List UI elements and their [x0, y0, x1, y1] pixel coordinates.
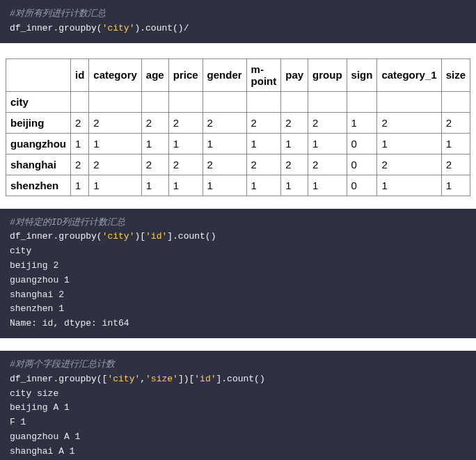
- code-token: df_inner.groupby([: [10, 374, 107, 384]
- cell: 2: [70, 154, 88, 175]
- cell: 1: [89, 133, 142, 154]
- cell: 2: [246, 154, 281, 175]
- row-header: shanghai: [6, 154, 71, 175]
- cell: 1: [347, 112, 377, 133]
- cell: 2: [441, 154, 470, 175]
- cell: 1: [281, 133, 308, 154]
- col-header: sign: [347, 58, 377, 91]
- cell: 1: [441, 133, 470, 154]
- code-block-2: #对特定的ID列进行计数汇总 df_inner.groupby('city')[…: [0, 209, 476, 338]
- cell: 2: [308, 112, 347, 133]
- col-header: id: [70, 58, 88, 91]
- col-header: price: [168, 58, 203, 91]
- comment-line: #对所有列进行计数汇总: [10, 7, 466, 22]
- code-token: ].count(): [167, 231, 216, 241]
- result-table-wrap: id category age price gender m-point pay…: [0, 56, 476, 209]
- code-token: df_inner.groupby(: [10, 231, 102, 241]
- output-line: shenzhen 1: [10, 302, 466, 317]
- string-token: 'id': [194, 374, 216, 384]
- cell: 2: [70, 112, 88, 133]
- code-block-3: #对两个字段进行汇总计数 df_inner.groupby(['city','s…: [0, 351, 476, 460]
- string-token: 'city': [102, 231, 135, 241]
- output-line: shanghai 2: [10, 288, 466, 303]
- output-line: beijing A 1: [10, 401, 466, 415]
- code-token: df_inner.groupby(: [10, 23, 102, 33]
- code-token: )[: [134, 231, 145, 241]
- col-header: group: [308, 58, 347, 91]
- comment-line: #对特定的ID列进行计数汇总: [10, 216, 466, 230]
- cell: 2: [377, 112, 441, 133]
- cell: 1: [168, 133, 203, 154]
- cell: 1: [281, 175, 308, 196]
- cell: 0: [347, 133, 377, 154]
- code-token: ].count(): [216, 374, 265, 384]
- cell: 2: [168, 112, 203, 133]
- row-header: guangzhou: [6, 133, 71, 154]
- table-header-row: id category age price gender m-point pay…: [6, 58, 470, 91]
- blank-corner-cell: [6, 58, 71, 91]
- output-line: city: [10, 244, 466, 259]
- cell: 1: [377, 133, 441, 154]
- row-header: shenzhen: [6, 175, 71, 196]
- row-header: beijing: [6, 112, 71, 133]
- result-table: id category age price gender m-point pay…: [6, 58, 470, 196]
- cell: 2: [203, 112, 246, 133]
- string-token: 'id': [145, 231, 167, 241]
- cell: 1: [141, 175, 168, 196]
- table-row: beijing 2 2 2 2 2 2 2 2 1 2 2: [6, 112, 470, 133]
- cell: 2: [377, 154, 441, 175]
- cell: 1: [141, 133, 168, 154]
- string-token: 'city': [107, 374, 140, 384]
- col-header: m-point: [246, 58, 281, 91]
- output-line: Name: id, dtype: int64: [10, 317, 466, 331]
- code-block-1: #对所有列进行计数汇总 df_inner.groupby('city').cou…: [0, 0, 476, 43]
- col-header: gender: [203, 58, 246, 91]
- cell: 2: [141, 112, 168, 133]
- comment-line: #对两个字段进行汇总计数: [10, 358, 466, 372]
- cell: 1: [70, 175, 88, 196]
- output-line: shanghai A 1: [10, 445, 466, 459]
- cell: 2: [168, 154, 203, 175]
- cell: 2: [441, 112, 470, 133]
- string-token: 'city': [102, 23, 135, 33]
- cell: 1: [308, 175, 347, 196]
- cell: 1: [70, 133, 88, 154]
- table-index-row: city: [6, 91, 470, 112]
- col-header: pay: [281, 58, 308, 91]
- string-token: 'size': [145, 374, 178, 384]
- output-line: guangzhou 1: [10, 273, 466, 288]
- col-header: category_1: [377, 58, 441, 91]
- table-row: guangzhou 1 1 1 1 1 1 1 1 0 1 1: [6, 133, 470, 154]
- output-line: city size: [10, 387, 466, 402]
- table-row: shenzhen 1 1 1 1 1 1 1 1 0 1 1: [6, 175, 470, 196]
- cell: 2: [89, 112, 142, 133]
- cell: 0: [347, 154, 377, 175]
- col-header: age: [141, 58, 168, 91]
- cell: 2: [246, 112, 281, 133]
- col-header: category: [89, 58, 142, 91]
- cell: 1: [377, 175, 441, 196]
- cell: 2: [308, 154, 347, 175]
- cell: 1: [308, 133, 347, 154]
- cell: 1: [203, 133, 246, 154]
- table-row: shanghai 2 2 2 2 2 2 2 2 0 2 2: [6, 154, 470, 175]
- cell: 0: [347, 175, 377, 196]
- code-token: ).count()/: [134, 23, 189, 33]
- cell: 1: [203, 175, 246, 196]
- cell: 1: [441, 175, 470, 196]
- cell: 2: [281, 154, 308, 175]
- code-token: ])[: [178, 374, 194, 384]
- col-header: size: [441, 58, 470, 91]
- code-line: df_inner.groupby('city').count()/: [10, 22, 466, 36]
- cell: 1: [246, 175, 281, 196]
- output-line: beijing 2: [10, 259, 466, 273]
- index-label: city: [6, 91, 71, 112]
- output-line: F 1: [10, 415, 466, 430]
- cell: 1: [168, 175, 203, 196]
- cell: 2: [203, 154, 246, 175]
- code-line: df_inner.groupby(['city','size'])['id'].…: [10, 372, 466, 387]
- code-line: df_inner.groupby('city')['id'].count(): [10, 230, 466, 244]
- cell: 2: [281, 112, 308, 133]
- cell: 1: [89, 175, 142, 196]
- cell: 2: [89, 154, 142, 175]
